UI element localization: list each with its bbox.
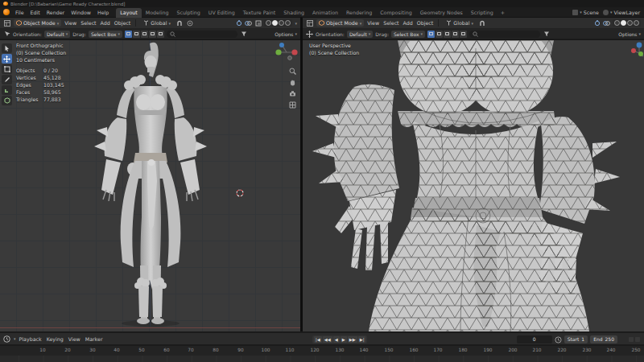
- menu-item[interactable]: Edit: [27, 10, 43, 15]
- wireframe-shading-icon[interactable]: [266, 20, 271, 26]
- orientation-value-dropdown[interactable]: Default▾: [44, 31, 70, 38]
- playback-button[interactable]: |◀: [314, 336, 322, 343]
- viewport-menu-item[interactable]: View: [64, 20, 76, 26]
- drag-value-dropdown[interactable]: Select Box▾: [89, 31, 122, 38]
- overlays-toggle-icon[interactable]: [245, 19, 252, 27]
- playback-button[interactable]: ▶: [341, 336, 347, 343]
- workspace-tab[interactable]: Geometry Nodes: [416, 8, 467, 18]
- select-mode-new[interactable]: [125, 31, 132, 38]
- select-mode-invert[interactable]: [452, 31, 459, 38]
- workspace-tab[interactable]: Texture Paint: [239, 8, 280, 18]
- search-input[interactable]: [469, 31, 540, 38]
- workspace-tab[interactable]: UV Editing: [204, 8, 239, 18]
- camera-view-icon[interactable]: [289, 90, 296, 97]
- gizmo-toggle-icon[interactable]: [235, 19, 242, 27]
- select-mode-extend[interactable]: [436, 31, 443, 38]
- workspace-tab[interactable]: Compositing: [376, 8, 415, 18]
- select-mode-invert[interactable]: [149, 31, 156, 38]
- menu-item[interactable]: Window: [68, 10, 94, 15]
- shading-dropdown-icon[interactable]: ▾: [295, 21, 297, 26]
- gizmo-toggle-icon[interactable]: [593, 19, 601, 27]
- wireframe-shading-icon[interactable]: [614, 20, 620, 26]
- select-mode-subtract[interactable]: [141, 31, 148, 38]
- select-mode-extend[interactable]: [133, 31, 140, 38]
- mode-dropdown[interactable]: Object Mode ▾: [14, 19, 61, 27]
- viewport-right-canvas[interactable]: User Perspective (0) Scene Collection: [303, 40, 644, 331]
- filter-icon[interactable]: [543, 31, 550, 38]
- rendered-shading-icon[interactable]: [285, 20, 291, 26]
- timeline-track-area[interactable]: [0, 356, 644, 362]
- select-mode-intersect[interactable]: [157, 31, 164, 38]
- select-mode-subtract[interactable]: [444, 31, 451, 38]
- snap-magnet-icon[interactable]: [176, 19, 184, 27]
- add-cube-tool[interactable]: [2, 96, 12, 105]
- xray-toggle-icon[interactable]: [254, 19, 262, 27]
- workspace-tab[interactable]: Shading: [279, 8, 308, 18]
- snap-magnet-icon[interactable]: [479, 19, 486, 27]
- measure-tool[interactable]: [2, 85, 12, 95]
- viewport-menu-item[interactable]: View: [367, 20, 379, 26]
- ortho-perspective-icon[interactable]: [289, 101, 296, 109]
- select-box-tool[interactable]: [2, 43, 12, 53]
- overlay-icon[interactable]: [635, 337, 640, 342]
- viewport-menu-item[interactable]: Add: [403, 20, 413, 26]
- orientation-value-dropdown[interactable]: Default▾: [347, 31, 373, 38]
- zoom-icon[interactable]: [289, 68, 296, 75]
- options-dropdown[interactable]: Options▾: [618, 31, 641, 37]
- mode-dropdown[interactable]: Object Mode ▾: [316, 19, 364, 27]
- viewlayer-selector[interactable]: ▾ ViewLayer: [603, 10, 640, 15]
- pan-hand-icon[interactable]: [289, 79, 296, 86]
- playback-button[interactable]: ▶|: [358, 336, 366, 343]
- menu-item[interactable]: Render: [43, 10, 68, 15]
- workspace-tab[interactable]: Modeling: [142, 8, 173, 18]
- rendered-shading-icon[interactable]: [634, 20, 639, 26]
- navigation-gizmo[interactable]: [631, 42, 644, 61]
- viewport-menu-item[interactable]: Select: [80, 20, 96, 26]
- material-shading-icon[interactable]: [627, 20, 633, 26]
- viewport-menu-item[interactable]: Object: [417, 20, 434, 26]
- timeline-editor-icon[interactable]: [3, 335, 10, 343]
- playback-button[interactable]: ◀: [333, 336, 340, 343]
- timeline-menu-item[interactable]: Marker: [85, 336, 103, 342]
- start-frame-field[interactable]: Start 1: [564, 335, 588, 343]
- wireframe-model[interactable]: [303, 40, 644, 331]
- drag-value-dropdown[interactable]: Select Box▾: [391, 31, 425, 38]
- overlays-toggle-icon[interactable]: [603, 19, 610, 27]
- annotate-tool[interactable]: [2, 75, 12, 84]
- material-shading-icon[interactable]: [279, 20, 284, 26]
- filter-icon[interactable]: [240, 31, 247, 38]
- orientation-dropdown[interactable]: Global ▾: [444, 19, 476, 27]
- workspace-tab[interactable]: Rendering: [342, 8, 376, 18]
- end-frame-field[interactable]: End 250: [590, 335, 617, 343]
- timeline-ruler[interactable]: 1020304050607080901001101201301401501601…: [0, 346, 644, 356]
- transform-tool[interactable]: [2, 64, 12, 74]
- playback-button[interactable]: ◀◀: [323, 336, 332, 343]
- lock-icon[interactable]: [629, 337, 634, 342]
- viewport-left-canvas[interactable]: Front Orthographic (0) Scene Collection …: [0, 40, 300, 331]
- proportional-edit-icon[interactable]: [187, 19, 194, 27]
- viewport-menu-item[interactable]: Add: [101, 20, 110, 26]
- editor-type-icon[interactable]: [3, 19, 10, 27]
- timeline-menu-item[interactable]: View: [68, 336, 80, 342]
- workspace-tab[interactable]: Animation: [308, 8, 342, 18]
- search-input[interactable]: [167, 31, 237, 38]
- move-tool[interactable]: [2, 54, 12, 64]
- current-frame-field[interactable]: 0: [517, 335, 552, 343]
- solid-shading-icon[interactable]: [621, 20, 626, 26]
- orientation-dropdown[interactable]: Global ▾: [141, 19, 173, 27]
- timeline-menu-item[interactable]: Keying: [47, 336, 64, 342]
- viewport-menu-item[interactable]: Select: [383, 20, 398, 26]
- workspace-tab[interactable]: Scripting: [467, 8, 497, 18]
- select-mode-intersect[interactable]: [460, 31, 467, 38]
- menu-item[interactable]: File: [12, 10, 27, 15]
- workspace-tab[interactable]: Sculpting: [172, 8, 204, 18]
- select-mode-new[interactable]: [427, 31, 435, 38]
- solid-shading-icon[interactable]: [272, 20, 278, 26]
- menu-item[interactable]: Help: [94, 10, 112, 15]
- editor-type-icon[interactable]: [306, 19, 313, 27]
- navigation-gizmo[interactable]: [275, 42, 299, 63]
- options-dropdown[interactable]: Options▾: [275, 31, 297, 37]
- scene-selector[interactable]: ▾ Scene: [572, 10, 599, 15]
- add-workspace-button[interactable]: +: [497, 10, 508, 15]
- workspace-tab[interactable]: Layout: [116, 8, 141, 18]
